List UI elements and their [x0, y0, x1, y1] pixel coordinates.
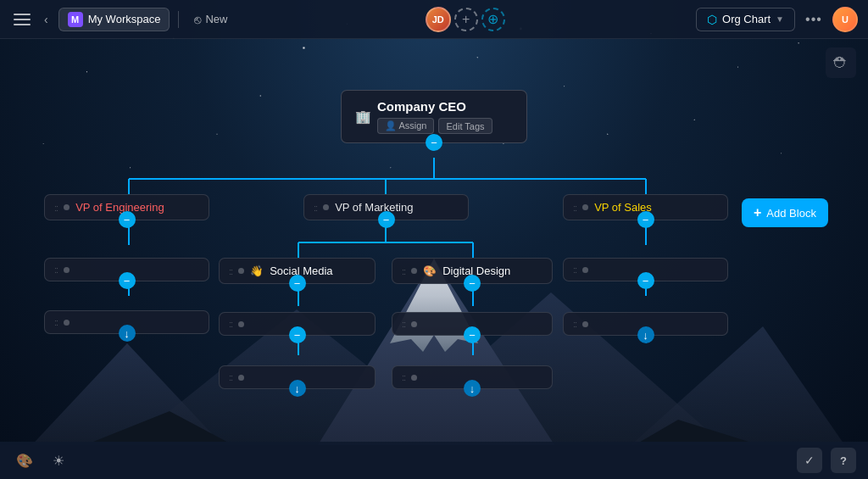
dot-sls2 [582, 321, 588, 327]
digital-design-node: :: 🎨 Digital Design − [392, 258, 553, 284]
status-dot [64, 204, 70, 210]
vp-mkt-label: VP of Marketing [335, 201, 413, 214]
check-icon: ✓ [804, 454, 815, 467]
social-sub1-collapse[interactable]: − [289, 326, 306, 343]
sales-sub2: :: ↓ [563, 312, 728, 336]
social-sub1: :: − [219, 312, 376, 336]
drag-handle-mkt[interactable]: :: [314, 203, 317, 213]
palette-button[interactable]: 🎨 [12, 448, 37, 473]
canvas: 🏢 Company CEO 👤 Assign Edit Tags − :: VP… [0, 39, 868, 442]
drag-handle-ss1[interactable]: :: [573, 265, 576, 275]
more-dots-icon: ••• [805, 12, 822, 27]
eng-sub2: :: ↓ [44, 310, 209, 334]
vp-eng-collapse-btn[interactable]: − [119, 211, 136, 228]
social-media-emoji: 👋 [250, 265, 264, 277]
question-icon: ? [840, 454, 847, 467]
workspace-label: My Workspace [88, 13, 161, 25]
drag-handle-sm[interactable]: :: [229, 266, 232, 276]
user-avatar[interactable]: U [832, 7, 858, 32]
social-sub2: :: ↓ [219, 365, 376, 389]
hamburger-line3 [14, 24, 31, 25]
eng-sub1-collapse[interactable]: − [119, 272, 136, 289]
assign-button[interactable]: 👤 Assign [377, 118, 434, 134]
design-collapse[interactable]: − [464, 275, 481, 292]
root-node: 🏢 Company CEO 👤 Assign Edit Tags − [341, 90, 527, 143]
social-sub2-expand[interactable]: ↓ [289, 380, 306, 397]
add-block-plus-icon: + [754, 205, 761, 220]
drag-handle-ds1[interactable]: :: [402, 319, 405, 329]
help-button[interactable]: ? [831, 448, 856, 473]
nav-more-button[interactable]: ••• [802, 8, 826, 31]
root-icon: 🏢 [355, 109, 371, 125]
edit-tags-label: Edit Tags [446, 121, 484, 131]
social-collapse[interactable]: − [289, 275, 306, 292]
hamburger-line2 [14, 19, 31, 20]
dot-ss1 [582, 267, 588, 273]
digital-design-emoji: 🎨 [423, 265, 437, 277]
org-chart-button[interactable]: ⬡ Org Chart ▼ [696, 8, 795, 31]
root-collapse-btn[interactable]: − [426, 134, 442, 151]
new-button[interactable]: ⎋ New [187, 9, 234, 30]
bottom-right-tools: ✓ ? [797, 448, 856, 473]
workspace-button[interactable]: M My Workspace [58, 8, 170, 31]
org-chart-chevron: ▼ [776, 14, 784, 24]
drag-handle-sales[interactable]: :: [573, 203, 576, 213]
navbar: ‹ M My Workspace ⎋ New JD + ⊕ ⬡ Org Char… [0, 0, 868, 39]
status-dot-sales [582, 204, 588, 210]
drag-handle-dd[interactable]: :: [402, 266, 405, 276]
sales-sub1-collapse[interactable]: − [637, 272, 654, 289]
hamburger-line1 [14, 14, 31, 15]
hamburger-menu[interactable] [10, 8, 34, 31]
social-media-node: :: 👋 Social Media − [219, 258, 376, 284]
helmet-icon: ⛑ [826, 47, 856, 78]
check-button[interactable]: ✓ [797, 448, 822, 473]
bottom-left-tools: 🎨 ☀ [12, 448, 71, 473]
workspace-icon: M [68, 12, 83, 27]
drag-handle-ss3[interactable]: :: [229, 372, 232, 382]
vp-sales-node: :: VP of Sales − [563, 194, 728, 220]
user-icon: 👤 [385, 120, 397, 131]
avatar-add-button2[interactable]: ⊕ [481, 8, 505, 31]
vp-sales-collapse-btn[interactable]: − [637, 211, 654, 228]
org-chart-icon: ⬡ [707, 13, 717, 26]
root-title: Company CEO [377, 99, 492, 114]
org-chart-label: Org Chart [722, 13, 771, 25]
drag-handle-ds2[interactable]: :: [402, 372, 405, 382]
drag-handle-ss2[interactable]: :: [229, 319, 232, 329]
back-button[interactable]: ‹ [41, 9, 52, 30]
dot-ds1 [411, 321, 417, 327]
edit-tags-button[interactable]: Edit Tags [438, 118, 492, 134]
vp-eng-label: VP of Engineering [75, 201, 164, 214]
design-sub2: :: ↓ [392, 365, 553, 389]
design-sub2-expand[interactable]: ↓ [464, 380, 481, 397]
palette-icon: 🎨 [16, 453, 33, 469]
new-label: New [205, 13, 227, 25]
add-block-button[interactable]: + Add Block [742, 198, 828, 227]
vp-marketing-node: :: VP of Marketing − [303, 194, 469, 220]
add-block-label: Add Block [766, 207, 816, 220]
new-icon: ⎋ [194, 13, 201, 26]
vp-mkt-collapse-btn[interactable]: − [378, 211, 395, 228]
assign-label: Assign [398, 120, 426, 131]
drag-handle-sls2[interactable]: :: [573, 319, 576, 329]
dot-ss2 [238, 321, 244, 327]
nav-avatars: JD + ⊕ [426, 7, 505, 32]
sales-sub2-expand[interactable]: ↓ [637, 326, 654, 343]
sun-button[interactable]: ☀ [46, 448, 71, 473]
nav-divider [178, 11, 179, 28]
avatar-user1[interactable]: JD [426, 7, 451, 32]
design-sub1: :: − [392, 312, 553, 336]
eng-sub2-expand[interactable]: ↓ [119, 325, 136, 342]
status-dot-mkt [323, 204, 329, 210]
dot-dd [411, 268, 417, 274]
dot-es1 [64, 267, 70, 273]
eng-sub1: :: − [44, 258, 209, 281]
drag-handle[interactable]: :: [54, 203, 58, 213]
dot-es2 [64, 320, 70, 326]
avatar-add-button[interactable]: + [454, 8, 478, 31]
drag-handle-es1[interactable]: :: [54, 265, 58, 275]
drag-handle-es2[interactable]: :: [54, 317, 58, 327]
dot-ss3 [238, 375, 244, 381]
dot-sm [238, 268, 244, 274]
design-sub1-collapse[interactable]: − [464, 326, 481, 343]
